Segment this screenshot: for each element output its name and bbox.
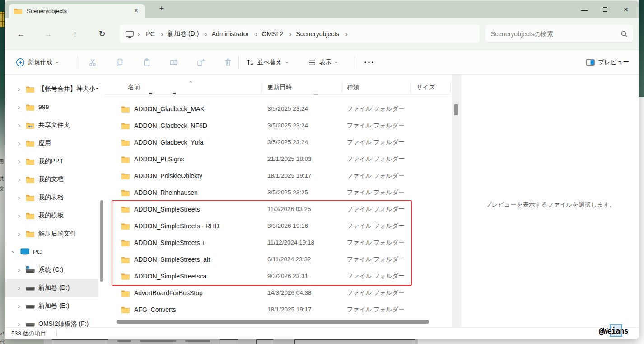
- file-row[interactable]: ADDON_Rheinhausen 3/5/2025 23:25 ファイル フォ…: [104, 184, 452, 201]
- sidebar-item-folder[interactable]: › 我的表格: [5, 188, 98, 207]
- file-type: ファイル フォルダー: [342, 100, 410, 117]
- sidebar-item-shared-folder[interactable]: › 共享文件夹: [5, 116, 98, 134]
- chevron-right-icon: ›: [344, 31, 349, 38]
- file-row[interactable]: ADDON_Gladbeck_NF6D 3/5/2025 23:24 ファイル …: [104, 117, 452, 134]
- folder-icon: [26, 194, 35, 201]
- more-button[interactable]: [362, 57, 376, 67]
- file-row[interactable]: ADDON_Gladbeck_Yufa 3/5/2025 23:24 ファイル …: [104, 134, 452, 151]
- vertical-scrollbar-thumb[interactable]: [454, 104, 458, 115]
- sort-ascending-icon: ›: [187, 81, 194, 83]
- breadcrumb-item[interactable]: OMSI 2: [259, 28, 286, 39]
- file-row[interactable]: ADDON_SimpleStreets + 11/12/2024 19:18 フ…: [104, 234, 452, 251]
- sidebar-item-drive-c[interactable]: › 系统 (C:): [5, 261, 98, 279]
- new-tab-button[interactable]: +: [156, 4, 167, 14]
- column-divider[interactable]: [342, 82, 342, 92]
- maximize-button[interactable]: [595, 1, 616, 18]
- up-button[interactable]: ↑: [69, 28, 81, 40]
- file-row[interactable]: ADDON_SimpleStreetsca 9/3/2026 23:31 ファイ…: [104, 268, 452, 284]
- folder-icon: [26, 85, 35, 93]
- folder-icon: [14, 8, 23, 14]
- file-name: ADDON_Gladbeck_Yufa: [134, 139, 203, 146]
- drive-icon: [26, 284, 35, 292]
- sidebar-item-folder[interactable]: › 【帐号合并】神犬小七: [5, 80, 98, 98]
- file-row[interactable]: ADDON_SimpleStreets - RHD 3/3/2026 19:16…: [104, 217, 452, 234]
- breadcrumb-item[interactable]: 新加卷 (D:): [165, 28, 201, 40]
- column-header-type[interactable]: 種類: [342, 80, 410, 94]
- sidebar-item-folder[interactable]: › 应用: [5, 134, 98, 152]
- file-size: [410, 184, 451, 201]
- drive-icon: [26, 302, 35, 310]
- rename-button[interactable]: A: [169, 57, 179, 67]
- cut-button[interactable]: [88, 57, 98, 67]
- sidebar-item-pc[interactable]: › PC: [5, 243, 98, 261]
- breadcrumb[interactable]: › PC › 新加卷 (D:) › Administrator: [120, 25, 480, 43]
- sidebar-item-folder[interactable]: › 我的文档: [5, 170, 98, 188]
- preview-toggle-button[interactable]: プレビュー: [586, 50, 629, 74]
- file-row[interactable]: ADDON_PolskieObiekty 18/1/2025 19:17 ファイ…: [104, 167, 452, 184]
- file-type: ファイル フォルダー: [342, 251, 410, 268]
- command-bar: 新規作成 › A: [5, 50, 639, 75]
- file-size: [410, 151, 451, 167]
- sidebar-item-drive-d[interactable]: › 新加卷 (D:): [5, 279, 98, 297]
- explorer-tab[interactable]: Sceneryobjects ×: [9, 4, 145, 18]
- new-button[interactable]: 新規作成 ›: [16, 50, 58, 74]
- sidebar-item-folder[interactable]: › 我的模板: [5, 207, 98, 225]
- file-row[interactable]: ADDON_SimpleStreets_alt 6/11/2024 23:32 …: [104, 251, 452, 268]
- sidebar-item-label: OMSI2鎌板洛 (F:): [38, 320, 89, 327]
- horizontal-scrollbar-thumb[interactable]: [117, 320, 429, 324]
- desktop-text-fragment: 供: [0, 176, 4, 181]
- folder-icon: [121, 139, 130, 146]
- sidebar-item-drive-f[interactable]: › OMSI2鎌板洛 (F:): [5, 315, 98, 327]
- folder-icon: [121, 289, 130, 297]
- forward-button[interactable]: →: [42, 28, 54, 40]
- refresh-button[interactable]: ↻: [96, 28, 108, 40]
- delete-button[interactable]: [223, 57, 233, 67]
- column-header-date[interactable]: 更新日時: [262, 80, 342, 94]
- search-input[interactable]: [491, 30, 621, 38]
- file-name: ADDON_Gladbeck_NF6D: [134, 122, 207, 129]
- sidebar-item-folder[interactable]: › 999: [5, 98, 98, 116]
- column-header-size[interactable]: サイズ: [410, 80, 451, 94]
- desktop-shortcut-icon: [0, 12, 4, 27]
- paste-button[interactable]: [142, 57, 152, 67]
- desktop-text-fragment: z!: [0, 331, 4, 336]
- file-row[interactable]: ADDON_Gladbeck_MAK 3/5/2025 23:24 ファイル フ…: [104, 100, 452, 117]
- close-button[interactable]: ×: [616, 1, 636, 18]
- sort-button-label: 並べ替え: [257, 58, 282, 66]
- sidebar-item-folder[interactable]: › 解压后的文件: [5, 225, 98, 243]
- sort-button[interactable]: 並べ替え ›: [246, 50, 288, 74]
- preview-pane: プレビューを表示するファイルを選択します。: [462, 75, 639, 327]
- desktop-background: 用 供 按 z! 代码: [0, 0, 5, 344]
- chevron-right-icon: ›: [15, 266, 23, 273]
- breadcrumb-item[interactable]: Administrator: [209, 28, 252, 39]
- file-date: 9/3/2026 23:31: [262, 268, 342, 284]
- file-row[interactable]: ADDON_PLSigns 21/1/2025 18:03 ファイル フォルダー: [104, 151, 452, 167]
- folder-icon: [26, 230, 35, 237]
- share-button[interactable]: [196, 57, 206, 67]
- chevron-right-icon: ›: [15, 212, 23, 219]
- column-divider[interactable]: [262, 82, 262, 92]
- file-size: [410, 217, 451, 234]
- sidebar-item-drive-e[interactable]: › 新加卷 (E:): [5, 297, 98, 315]
- view-button[interactable]: 表示 ›: [308, 50, 337, 74]
- sidebar-scrollbar-thumb[interactable]: [100, 200, 103, 282]
- sidebar-item-folder[interactable]: › 我的PPT: [5, 152, 98, 170]
- column-header-name[interactable]: 名前: [104, 80, 262, 94]
- file-row[interactable]: ADDON_SimpleStreets 11/3/2026 03:25 ファイル…: [104, 201, 452, 217]
- more-icon: [364, 61, 374, 64]
- back-button[interactable]: ←: [14, 28, 27, 40]
- delete-icon: [224, 58, 233, 67]
- column-divider[interactable]: [410, 82, 411, 92]
- file-row[interactable]: AdvertBoardForBusStop 14/3/2026 04:38 ファ…: [104, 284, 452, 301]
- folder-icon: [121, 206, 130, 213]
- column-divider[interactable]: [450, 82, 451, 92]
- folder-icon: [121, 306, 130, 313]
- close-tab-icon[interactable]: ×: [132, 7, 140, 15]
- breadcrumb-item[interactable]: Sceneryobjects: [293, 28, 342, 39]
- breadcrumb-item[interactable]: PC: [143, 28, 157, 39]
- vertical-scrollbar-track[interactable]: [452, 75, 461, 327]
- file-row[interactable]: AFG_Converts 18/1/2025 19:17 ファイル フォルダー: [104, 301, 452, 318]
- copy-button[interactable]: [115, 57, 125, 67]
- minimize-button[interactable]: —: [574, 1, 595, 18]
- file-type: ファイル フォルダー: [342, 134, 410, 151]
